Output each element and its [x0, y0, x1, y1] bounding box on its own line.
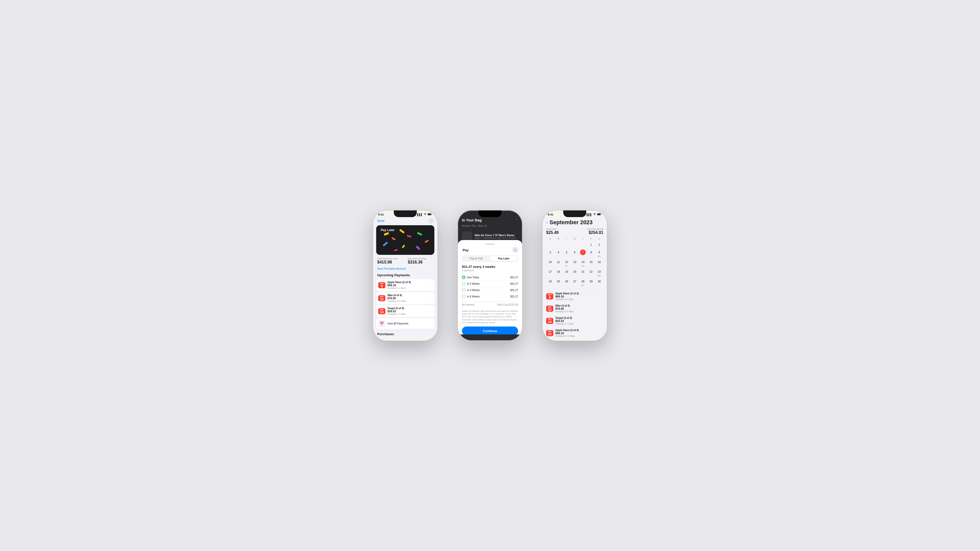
svg-rect-1 — [428, 214, 431, 215]
amount-headline: $31.27 every 2 weeks — [462, 265, 518, 268]
total-remaining-block: Total Remaining $254.01 — [587, 228, 603, 235]
total-remaining-label: Total Remaining — [587, 228, 603, 230]
cal-day-7-today[interactable]: 7 ✓ — [579, 249, 587, 258]
schedule-item-3[interactable]: In 4 Weeks $31.27 — [462, 287, 518, 293]
cal-payment-3[interactable]: SEP 14 Target (3 of 4) $20.52 Autopay in… — [546, 315, 603, 327]
cal-week-5: 24 25 26 27 28 $21 29 30 — [546, 278, 603, 287]
cal-day-10[interactable]: 10 — [546, 259, 554, 268]
schedule-amount-4: $31.27 — [510, 295, 518, 298]
schedule-left-3: In 4 Weeks — [462, 288, 480, 292]
svg-rect-5 — [601, 214, 601, 215]
cal-info-1: Apple Store (2 of 4) $68.16 Autopay in 2… — [555, 292, 603, 300]
cal-day-20[interactable]: 20 — [571, 268, 579, 277]
cal-day-25[interactable]: 25 — [554, 278, 563, 287]
done-button[interactable]: Done — [377, 219, 385, 223]
sep-badge-1: SEP 9 — [378, 282, 385, 288]
cal-week-4: 17 18 19 20 21 22 23 $68 — [546, 268, 603, 277]
confetti-orange — [391, 237, 396, 240]
cal-day-9[interactable]: 9 $68 — [595, 249, 603, 258]
sheet-header: Pay ✕ — [462, 247, 518, 253]
cal-day-21[interactable]: 21 — [579, 268, 587, 277]
cal-day-empty-2 — [554, 241, 563, 248]
cal-payments: SEP 9 Apple Store (2 of 4) $68.16 Autopa… — [542, 290, 607, 338]
upcoming-title: Upcoming Payments — [373, 273, 438, 277]
screen-2: In Your Bag ⌃ Arrives Thu, Sep 15 Nike A… — [458, 214, 522, 334]
cal-payment-2[interactable]: SEP 12 Nike (4 of 4) $76.65 Autopay in 5… — [546, 303, 603, 315]
cal-day-5[interactable]: 5 — [563, 249, 571, 258]
total-paid-block: Total Paid $25.49 — [546, 228, 558, 235]
radio-6weeks — [462, 295, 466, 298]
day-s2: S — [595, 238, 603, 240]
no-interest-row: No Interest Total Cost $125.08 — [462, 302, 518, 308]
svg-rect-4 — [597, 214, 600, 215]
cal-payment-1[interactable]: SEP 9 Apple Store (2 of 4) $68.16 Autopa… — [546, 290, 603, 303]
battery-icon-1 — [428, 213, 432, 216]
wifi-icon-1 — [424, 213, 427, 216]
day-s1: S — [546, 238, 554, 240]
cal-day-29[interactable]: 29 — [587, 278, 595, 287]
cal-day-26[interactable]: 26 — [563, 278, 571, 287]
cal-day-4[interactable]: 4 — [554, 249, 563, 258]
confetti-yellow2 — [402, 245, 405, 248]
cal-day-27[interactable]: 27 — [571, 278, 579, 287]
confetti-pink2 — [394, 249, 398, 251]
purchases-label: Purchases — [373, 331, 438, 337]
cal-day-28[interactable]: 28 $21 — [579, 278, 587, 287]
schedule-amount-3: $31.27 — [510, 289, 518, 292]
back-button[interactable]: ‹ — [546, 220, 547, 225]
sep-day-2: 12 — [378, 297, 385, 301]
payment-item-2[interactable]: SEP 12 Nike (4 of 4) $76.65 Autopay in 5… — [376, 292, 434, 304]
cal-info-3: Target (3 of 4) $20.52 Autopay in 7 days — [555, 317, 603, 325]
cal-day-2[interactable]: 2 — [595, 241, 603, 248]
cal-payment-4[interactable]: SEP 23 Apple Store (3 of 4) $68.16 Autop… — [546, 327, 603, 338]
view-all-row[interactable]: 📅 View All Payments › — [376, 318, 434, 329]
cal-day-18[interactable]: 18 — [554, 268, 563, 277]
tab-pay-full[interactable]: Pay In Full — [463, 256, 490, 261]
info-icon[interactable]: ℹ — [429, 219, 433, 223]
cal-day-6[interactable]: 6 — [571, 249, 579, 258]
close-button[interactable]: ✕ — [512, 247, 518, 253]
sep-day-3: 14 — [378, 310, 385, 314]
cal-day-24[interactable]: 24 — [546, 278, 554, 287]
cal-badge-1: SEP 9 — [546, 293, 553, 300]
cal-day-17[interactable]: 17 — [546, 268, 554, 277]
view-all-label: View All Payments — [387, 322, 430, 325]
cal-day-empty-1 — [546, 241, 554, 248]
total-cost-label: Total Cost $125.08 — [497, 303, 518, 306]
tab-pay-later[interactable]: Pay Later — [490, 256, 517, 261]
schedule-label-4: In 6 Weeks — [467, 295, 480, 298]
schedule-item-2[interactable]: In 2 Weeks $31.27 — [462, 281, 518, 287]
radio-due-today — [462, 275, 466, 279]
p3-nav: ‹ September 2023 — [542, 217, 607, 228]
cal-day-3[interactable]: 3 — [546, 249, 554, 258]
schedule-item-1[interactable]: Due Today $31.27 — [462, 274, 518, 281]
cal-day-30[interactable]: 30 — [595, 278, 603, 287]
cal-chevron-1: › — [603, 295, 603, 298]
payment-name-3: Target (3 of 4) — [387, 307, 430, 310]
cal-day-13[interactable]: 13 — [571, 259, 579, 268]
month-title: September 2023 — [549, 219, 593, 226]
wifi-icon-3 — [593, 213, 596, 216]
cal-day-22[interactable]: 22 — [587, 268, 595, 277]
schedule-item-4[interactable]: In 6 Weeks $31.27 — [462, 293, 518, 300]
status-icons-1: ▌▌▌ — [417, 213, 432, 216]
pay-later-card: Pay Later — [376, 225, 434, 255]
sep-badge-2: SEP 12 — [378, 295, 385, 301]
cal-day-11[interactable]: 11 — [554, 259, 563, 268]
cal-day-15[interactable]: 15 — [587, 259, 595, 268]
new-purchase-link[interactable]: New Purchase Amount — [373, 267, 438, 270]
cal-day-16[interactable]: 16 — [595, 259, 603, 268]
product-name: Nike Air Force 1 '07 Men's Shoes — [475, 234, 516, 237]
continue-button[interactable]: Continue — [462, 327, 518, 334]
cal-day-23[interactable]: 23 $68 — [595, 268, 603, 277]
cal-week-1: 1 2 — [546, 241, 603, 248]
cal-day-1[interactable]: 1 — [587, 241, 595, 248]
cal-day-12[interactable]: 12 $77 — [563, 259, 571, 268]
cal-day-19[interactable]: 19 — [563, 268, 571, 277]
payment-item-1[interactable]: SEP 9 Apple Store (2 of 4) $68.16 Autopa… — [376, 279, 434, 291]
pay-later-logo: Pay Later — [380, 228, 395, 232]
svg-rect-2 — [431, 214, 432, 215]
payment-item-3[interactable]: SEP 14 Target (3 of 4) $20.52 Autopay in… — [376, 305, 434, 317]
cal-day-8[interactable]: 8 — [587, 249, 595, 258]
cal-day-14[interactable]: 14 $21 — [579, 259, 587, 268]
